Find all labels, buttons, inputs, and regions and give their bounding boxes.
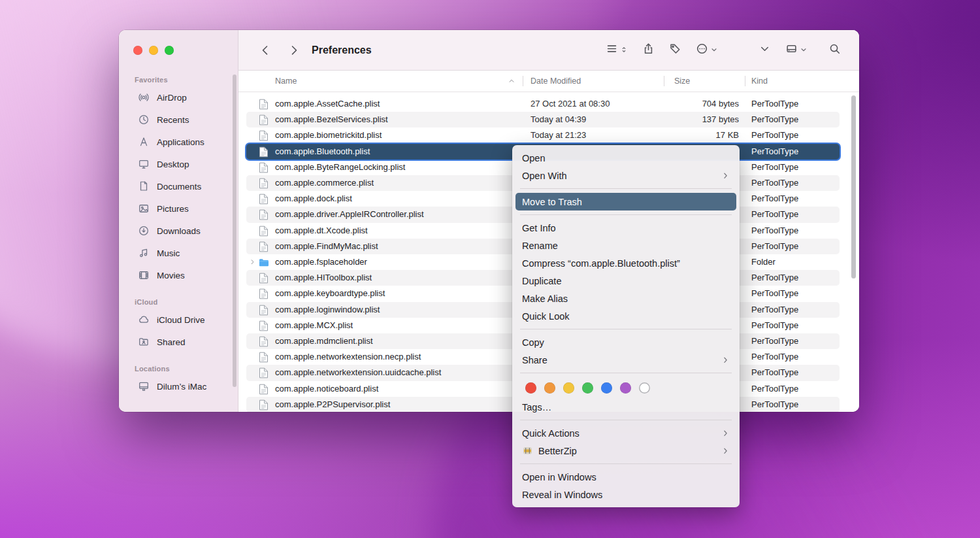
sidebar-item-documents[interactable]: Documents xyxy=(124,175,233,197)
menu-separator xyxy=(520,188,732,189)
share-button[interactable] xyxy=(642,42,655,58)
plist-file-icon xyxy=(259,399,269,411)
menu-item-open[interactable]: Open xyxy=(515,149,736,167)
plist-file-icon xyxy=(259,162,269,173)
file-size: 704 bytes xyxy=(661,96,739,112)
toolbar: Preferences xyxy=(238,30,859,71)
column-header-date-modified[interactable]: Date Modified xyxy=(531,71,581,92)
sidebar-item-music[interactable]: Music xyxy=(124,242,233,264)
tags-button[interactable] xyxy=(669,42,681,58)
file-kind: PerToolType xyxy=(751,144,798,160)
toolbar-nav xyxy=(238,44,300,56)
menu-item-label: Quick Actions xyxy=(522,428,716,439)
plist-file-icon xyxy=(259,99,269,110)
menu-item-reveal-in-windows[interactable]: Reveal in Windows xyxy=(515,486,736,503)
column-divider xyxy=(745,76,745,86)
menu-item-betterzip[interactable]: BetterZip xyxy=(515,442,736,460)
file-kind: PerToolType xyxy=(751,175,798,191)
column-header-kind[interactable]: Kind xyxy=(751,71,768,92)
file-kind: PerToolType xyxy=(751,333,798,349)
menu-item-copy[interactable]: Copy xyxy=(515,333,736,351)
back-button[interactable] xyxy=(259,44,272,56)
chevron-down-mini-icon xyxy=(798,44,808,56)
tag-color-red[interactable] xyxy=(525,382,536,394)
plist-file-icon xyxy=(259,241,269,252)
sidebar-item-dilum-s-imac[interactable]: Dilum’s iMac xyxy=(124,375,233,397)
sidebar-section: LocationsDilum’s iMac xyxy=(119,362,238,397)
menu-item-compress-com-apple-bluetooth-plist[interactable]: Compress “com.apple.Bluetooth.plist” xyxy=(515,254,736,272)
folder-icon xyxy=(259,257,269,268)
file-kind: PerToolType xyxy=(751,286,798,301)
menu-item-share[interactable]: Share xyxy=(515,351,736,369)
file-name: com.apple.dock.plist xyxy=(275,191,352,207)
menu-item-tags[interactable]: Tags… xyxy=(515,398,736,416)
file-kind: PerToolType xyxy=(751,302,798,318)
sidebar-item-icloud-drive[interactable]: iCloud Drive xyxy=(124,309,233,331)
movies-icon xyxy=(138,269,150,281)
device-button[interactable] xyxy=(785,42,808,58)
column-header-name[interactable]: Name xyxy=(275,71,297,92)
sidebar-item-applications[interactable]: Applications xyxy=(124,131,233,153)
tag-color-none[interactable] xyxy=(639,382,650,394)
menu-item-duplicate[interactable]: Duplicate xyxy=(515,272,736,290)
menu-item-label: Share xyxy=(522,355,716,365)
column-header-size[interactable]: Size xyxy=(674,71,690,92)
toolbar-overflow-button[interactable] xyxy=(759,42,771,58)
disclosure-chevron-icon[interactable] xyxy=(249,255,257,271)
menu-item-make-alias[interactable]: Make Alias xyxy=(515,290,736,307)
chevron-down-mini-icon xyxy=(759,42,771,58)
tag-color-orange[interactable] xyxy=(544,382,555,394)
menu-item-quick-look[interactable]: Quick Look xyxy=(515,307,736,325)
sidebar-item-recents[interactable]: Recents xyxy=(124,109,233,131)
plist-file-icon xyxy=(259,114,269,126)
drive-icon xyxy=(785,42,798,58)
list-scrollbar[interactable] xyxy=(851,95,856,278)
sidebar-section: iCloudiCloud DriveShared xyxy=(119,295,238,353)
zoom-button[interactable] xyxy=(165,46,174,55)
plist-file-icon xyxy=(259,193,269,205)
sidebar-item-movies[interactable]: Movies xyxy=(124,264,233,286)
sidebar-item-label: Movies xyxy=(157,271,185,280)
menu-item-move-to-trash[interactable]: Move to Trash xyxy=(515,193,736,210)
more-actions-button[interactable] xyxy=(696,42,718,58)
sidebar-item-shared[interactable]: Shared xyxy=(124,331,233,353)
forward-button[interactable] xyxy=(287,44,300,56)
file-kind: PerToolType xyxy=(751,112,798,127)
close-button[interactable] xyxy=(133,46,142,55)
sidebar-item-desktop[interactable]: Desktop xyxy=(124,153,233,175)
tag-color-yellow[interactable] xyxy=(563,382,574,394)
menu-item-quick-actions[interactable]: Quick Actions xyxy=(515,424,736,442)
file-name: com.apple.networkextension.uuidcache.pli… xyxy=(275,365,441,380)
minimize-button[interactable] xyxy=(149,46,158,55)
menu-item-open-in-windows[interactable]: Open in Windows xyxy=(515,468,736,486)
sidebar-scrollbar[interactable] xyxy=(233,75,237,387)
file-name: com.apple.P2PSupervisor.plist xyxy=(275,397,390,412)
music-icon xyxy=(138,247,150,259)
view-mode-button[interactable] xyxy=(606,42,628,58)
tag-color-purple[interactable] xyxy=(620,382,631,394)
file-name: com.apple.ByteRangeLocking.plist xyxy=(275,160,405,175)
column-header: NameDate ModifiedSizeKind xyxy=(238,71,859,92)
file-kind: PerToolType xyxy=(751,397,798,412)
document-icon xyxy=(138,180,150,192)
menu-item-get-info[interactable]: Get Info xyxy=(515,219,736,237)
sidebar-item-pictures[interactable]: Pictures xyxy=(124,197,233,220)
file-date-modified: 27 Oct 2021 at 08:30 xyxy=(531,96,610,112)
file-name: com.apple.fsplaceholder xyxy=(275,254,367,270)
file-size: 137 bytes xyxy=(661,112,739,127)
file-kind: Folder xyxy=(751,254,776,270)
download-icon xyxy=(138,225,150,237)
file-row-com-apple-biometrickitd-plist[interactable]: com.apple.biometrickitd.plistToday at 21… xyxy=(246,127,840,143)
sidebar-item-airdrop[interactable]: AirDrop xyxy=(124,86,233,109)
file-row-com-apple-bezelservices-plist[interactable]: com.apple.BezelServices.plistToday at 04… xyxy=(246,112,840,127)
file-name: com.apple.loginwindow.plist xyxy=(275,302,380,318)
sidebar-item-label: Applications xyxy=(157,137,204,147)
sidebar-item-downloads[interactable]: Downloads xyxy=(124,220,233,242)
menu-item-open-with[interactable]: Open With xyxy=(515,167,736,184)
sidebar-item-label: AirDrop xyxy=(157,93,187,103)
tag-color-green[interactable] xyxy=(582,382,593,394)
search-button[interactable] xyxy=(828,42,841,58)
menu-item-rename[interactable]: Rename xyxy=(515,237,736,254)
file-row-com-apple-assetcache-plist[interactable]: com.apple.AssetCache.plist27 Oct 2021 at… xyxy=(246,96,840,112)
tag-color-blue[interactable] xyxy=(601,382,612,394)
